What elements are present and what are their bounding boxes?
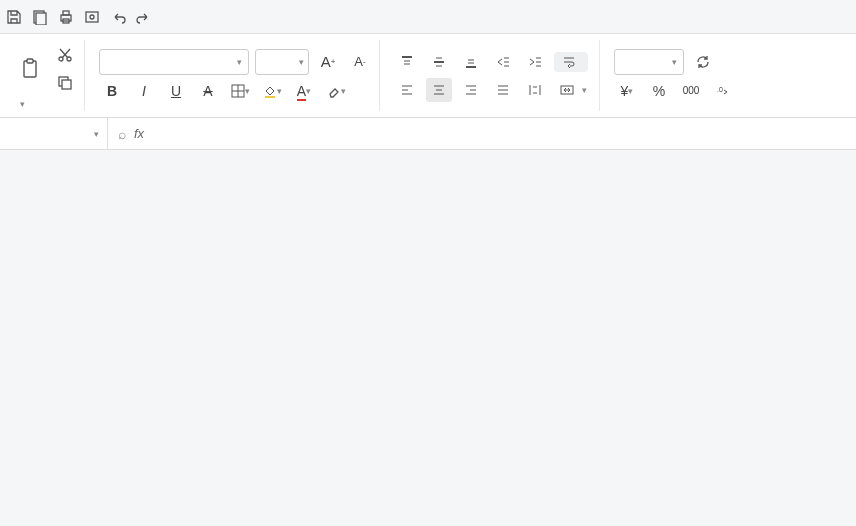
ribbon-font: ▾ ▾ A+ A- B I U A ▾ ▾ A▾ ▾ [93, 40, 380, 111]
align-right-icon[interactable] [458, 78, 484, 102]
comma-icon[interactable]: 000 [678, 79, 704, 103]
ribbon-align: ▾ [388, 40, 600, 111]
grow-font-icon[interactable]: A+ [315, 50, 341, 74]
percent-icon[interactable]: % [646, 79, 672, 103]
justify-icon[interactable] [490, 78, 516, 102]
formula-input[interactable] [152, 126, 846, 141]
font-color-icon[interactable]: A▾ [291, 79, 317, 103]
align-left-icon[interactable] [394, 78, 420, 102]
svg-rect-12 [62, 80, 71, 89]
indent-increase-icon[interactable] [522, 50, 548, 74]
new-icon[interactable] [32, 9, 48, 25]
shrink-font-icon[interactable]: A- [347, 50, 373, 74]
underline-button[interactable]: U [163, 79, 189, 103]
chevron-down-icon: ▾ [237, 57, 242, 67]
redo-icon[interactable] [136, 9, 152, 25]
menu-tabs [224, 12, 448, 22]
ribbon: ▾ ▾ ▾ A+ A- B I U A ▾ ▾ A▾ ▾ [0, 34, 856, 118]
border-icon[interactable]: ▾ [227, 79, 253, 103]
search-icon[interactable]: ⌕ [118, 126, 126, 142]
refresh-icon[interactable] [690, 50, 716, 74]
chevron-down-icon: ▾ [672, 57, 677, 67]
decimal-decrease-icon[interactable]: .0 [710, 79, 736, 103]
svg-point-6 [90, 15, 94, 19]
undo-icon[interactable] [110, 9, 126, 25]
ribbon-number: ▾ ¥▾ % 000 .0 [608, 40, 742, 111]
svg-rect-8 [27, 59, 33, 63]
currency-icon[interactable]: ¥▾ [614, 79, 640, 103]
indent-decrease-icon[interactable] [490, 50, 516, 74]
name-formula-bar: ▾ ⌕ fx [0, 118, 856, 150]
distribute-icon[interactable] [522, 78, 548, 102]
font-size-select[interactable]: ▾ [255, 49, 309, 75]
svg-rect-3 [63, 11, 69, 15]
align-center-icon[interactable] [426, 78, 452, 102]
chevron-down-icon: ▾ [94, 129, 99, 139]
align-middle-icon[interactable] [426, 50, 452, 74]
ribbon-clipboard: ▾ [8, 40, 85, 111]
preview-icon[interactable] [84, 9, 100, 25]
paste-button[interactable] [14, 55, 46, 83]
align-bottom-icon[interactable] [458, 50, 484, 74]
copy-icon[interactable] [52, 71, 78, 95]
wrap-icon [562, 55, 576, 69]
bold-button[interactable]: B [99, 79, 125, 103]
save-icon[interactable] [6, 9, 22, 25]
number-format-select[interactable]: ▾ [614, 49, 684, 75]
eraser-icon[interactable]: ▾ [323, 79, 349, 103]
strike-button[interactable]: A [195, 79, 221, 103]
clipboard-icon [18, 57, 42, 81]
fill-color-icon[interactable]: ▾ [259, 79, 285, 103]
merge-icon [560, 83, 574, 97]
align-top-icon[interactable] [394, 50, 420, 74]
svg-rect-16 [265, 96, 275, 98]
cut-icon[interactable] [52, 43, 78, 67]
svg-rect-1 [36, 13, 46, 25]
name-box[interactable]: ▾ [0, 118, 108, 149]
menubar [0, 0, 856, 34]
wrap-text-button[interactable] [554, 52, 588, 72]
quick-access-toolbar [6, 9, 162, 25]
italic-button[interactable]: I [131, 79, 157, 103]
fx-icon[interactable]: fx [134, 126, 144, 141]
merge-button[interactable]: ▾ [554, 80, 593, 100]
font-name-select[interactable]: ▾ [99, 49, 249, 75]
svg-rect-5 [86, 12, 98, 22]
svg-text:.0: .0 [717, 86, 723, 93]
chevron-down-icon: ▾ [299, 57, 304, 67]
print-icon[interactable] [58, 9, 74, 25]
